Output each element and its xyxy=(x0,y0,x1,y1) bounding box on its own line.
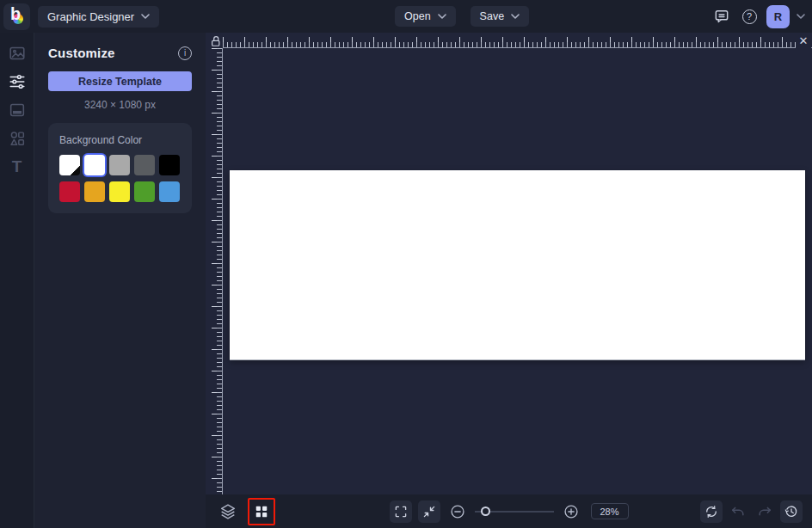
chevron-down-icon xyxy=(141,14,150,19)
panel-header: Customize i xyxy=(48,46,192,60)
zoom-slider[interactable] xyxy=(475,506,554,518)
background-color-label: Background Color xyxy=(59,134,181,146)
resize-template-button[interactable]: Resize Template xyxy=(48,71,192,91)
grid-icon xyxy=(253,503,270,520)
zoom-slider-handle[interactable] xyxy=(481,507,490,516)
minus-circle-icon xyxy=(449,503,466,520)
logo-letter: b xyxy=(10,4,21,24)
customize-panel: Customize i Resize Template 3240 × 1080 … xyxy=(34,33,206,528)
canvas-stage: ✕ xyxy=(206,33,812,528)
image-icon xyxy=(8,44,27,63)
close-rulers-icon[interactable]: ✕ xyxy=(796,34,811,48)
template-size-label: 3240 × 1080 px xyxy=(48,99,192,111)
mode-selector-label: Graphic Designer xyxy=(47,10,134,23)
question-mark-icon: ? xyxy=(742,9,757,24)
layers-icon xyxy=(218,502,237,521)
refresh-button[interactable] xyxy=(700,500,723,523)
swatch-grid xyxy=(59,155,181,202)
zoom-in-button[interactable] xyxy=(560,500,582,523)
zoom-percent-field[interactable]: 28% xyxy=(591,503,629,519)
fullscreen-icon xyxy=(393,504,409,519)
mode-selector-button[interactable]: Graphic Designer xyxy=(38,6,159,28)
redo-icon xyxy=(756,503,773,520)
background-color-card: Background Color xyxy=(48,123,192,213)
toolbar-left-group xyxy=(206,498,275,525)
fullscreen-button[interactable] xyxy=(390,500,412,523)
open-button[interactable]: Open xyxy=(395,6,456,27)
app-window: b Graphic Designer Open Save xyxy=(0,0,812,528)
swatch-green[interactable] xyxy=(134,181,155,202)
main-area: T Customize i Resize Template 3240 × 108… xyxy=(0,33,812,528)
swatch-light-gray[interactable] xyxy=(109,155,130,175)
history-clock-icon xyxy=(784,504,799,519)
open-button-label: Open xyxy=(404,10,431,22)
toolbar-right-group xyxy=(700,500,812,523)
shapes-icon xyxy=(8,129,27,148)
undo-icon xyxy=(729,503,747,520)
panel-title: Customize xyxy=(48,46,115,60)
action-highlight xyxy=(248,498,275,525)
help-button[interactable]: ? xyxy=(739,6,760,27)
feedback-chat-button[interactable] xyxy=(711,6,732,27)
sidebar-item-image-manager[interactable] xyxy=(7,43,28,64)
horizontal-ruler[interactable] xyxy=(223,34,812,48)
file-actions: Open Save xyxy=(395,6,529,27)
layout-card-icon xyxy=(8,101,27,120)
swatch-orange[interactable] xyxy=(84,181,105,202)
sidebar-item-graphics[interactable] xyxy=(7,128,28,149)
plus-circle-icon xyxy=(563,503,580,520)
refresh-icon xyxy=(704,504,719,519)
top-right-actions: ? R xyxy=(711,5,812,28)
swatch-yellow[interactable] xyxy=(109,181,130,202)
swatch-crimson[interactable] xyxy=(59,181,80,202)
account-avatar[interactable]: R xyxy=(766,5,790,28)
layers-button[interactable] xyxy=(217,500,239,523)
zoom-out-button[interactable] xyxy=(446,500,469,523)
tool-rail: T xyxy=(0,33,34,528)
account-chevron-down-icon[interactable] xyxy=(797,14,805,19)
open-padlock-icon xyxy=(210,35,222,47)
sidebar-item-customize[interactable] xyxy=(7,71,28,92)
history-button[interactable] xyxy=(780,500,803,523)
undo-button[interactable] xyxy=(727,500,749,523)
sidebar-item-text[interactable]: T xyxy=(7,157,28,177)
fit-to-screen-icon xyxy=(421,504,437,519)
swatch-transparent[interactable] xyxy=(59,155,80,175)
sidebar-item-templates[interactable] xyxy=(7,100,28,120)
chevron-down-icon xyxy=(511,14,520,19)
chat-bubble-icon xyxy=(713,8,730,25)
save-button-label: Save xyxy=(480,10,505,22)
save-button[interactable]: Save xyxy=(471,6,530,27)
chevron-down-icon xyxy=(438,14,446,19)
swatch-white[interactable] xyxy=(84,155,105,175)
redo-button[interactable] xyxy=(754,500,776,523)
zoom-controls: 28% xyxy=(390,500,629,523)
fit-to-screen-button[interactable] xyxy=(418,500,440,523)
vertical-ruler[interactable] xyxy=(208,48,223,494)
design-canvas[interactable] xyxy=(230,170,805,359)
swatch-dark-gray[interactable] xyxy=(134,155,155,175)
app-logo[interactable]: b xyxy=(3,3,30,30)
swatch-blue[interactable] xyxy=(159,181,180,202)
text-tool-icon: T xyxy=(12,157,22,176)
info-icon[interactable]: i xyxy=(178,46,192,60)
pages-grid-button[interactable] xyxy=(251,501,272,522)
swatch-black[interactable] xyxy=(159,155,180,175)
sliders-icon xyxy=(8,72,27,91)
bottom-toolbar: 28% xyxy=(206,494,812,528)
top-bar: b Graphic Designer Open Save xyxy=(0,0,812,33)
ruler-lock-button[interactable] xyxy=(208,34,223,48)
